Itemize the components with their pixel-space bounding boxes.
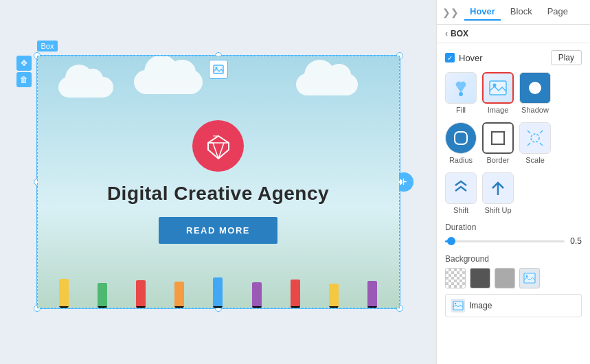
breadcrumb-chevron-icon: ‹ xyxy=(445,29,448,38)
shift-label: Shift xyxy=(453,206,468,214)
svg-marker-2 xyxy=(208,136,229,159)
duration-value: 0.5 xyxy=(570,236,582,246)
pencil-2 xyxy=(98,283,107,308)
hover-checkbox[interactable]: ✓ xyxy=(445,53,455,62)
shadow-label: Shadow xyxy=(521,106,549,114)
panel-content: ✓ Hover Play Fill xyxy=(437,43,590,364)
breadcrumb-label: BOX xyxy=(451,29,468,38)
svg-line-18 xyxy=(540,143,543,146)
background-label: Background xyxy=(445,254,582,264)
fill-label: Fill xyxy=(456,106,466,114)
image-icon xyxy=(482,72,514,104)
move-button[interactable]: ✥ xyxy=(16,56,32,71)
shadow-icon xyxy=(519,72,551,104)
svg-rect-13 xyxy=(492,132,504,144)
inner-box: Digital Creative Agency READ MORE xyxy=(37,56,400,308)
tab-block[interactable]: Block xyxy=(505,3,538,21)
chevron-left-icon[interactable]: ❯❯ xyxy=(442,7,459,18)
panel-tabs: ❯❯ Hover Block Page xyxy=(437,0,590,25)
pencil-5 xyxy=(213,277,223,308)
slider-thumb[interactable] xyxy=(447,237,455,245)
duration-section: Duration 0.5 xyxy=(445,223,582,246)
background-section: Background xyxy=(445,254,582,317)
right-panel: ❯❯ Hover Block Page ‹ BOX ✓ Hover Play xyxy=(436,0,590,364)
shift-icon xyxy=(445,172,477,204)
effect-shift[interactable]: Shift xyxy=(445,172,477,214)
effect-shadow[interactable]: Shadow xyxy=(519,72,551,114)
effect-radius[interactable]: Radius xyxy=(445,122,477,164)
pencil-8 xyxy=(329,284,339,308)
effect-image[interactable]: Image xyxy=(482,72,514,114)
bg-dark-option[interactable] xyxy=(470,268,490,288)
scale-label: Scale xyxy=(525,156,545,164)
effect-scale[interactable]: Scale xyxy=(519,122,551,164)
svg-point-23 xyxy=(455,303,456,304)
box-toolbar: ✥ 🗑 xyxy=(16,56,32,87)
bg-image-option[interactable] xyxy=(519,268,540,288)
box-element[interactable]: Box ✥ 🗑 + xyxy=(36,55,400,309)
border-icon xyxy=(482,122,514,154)
hover-label-group: ✓ Hover xyxy=(445,53,483,63)
pencil-4 xyxy=(174,282,184,308)
fill-icon xyxy=(445,72,477,104)
duration-label: Duration xyxy=(445,223,582,232)
svg-point-14 xyxy=(531,134,539,142)
breadcrumb: ‹ BOX xyxy=(437,25,590,43)
play-button[interactable]: Play xyxy=(551,50,582,65)
canvas-area: Box ✥ 🗑 + xyxy=(0,0,436,364)
slider-row: 0.5 xyxy=(445,236,582,246)
border-label: Border xyxy=(486,156,509,164)
svg-line-17 xyxy=(527,143,530,146)
effect-fill[interactable]: Fill xyxy=(445,72,477,114)
pencil-6 xyxy=(252,282,262,308)
bg-gray-option[interactable] xyxy=(495,268,515,288)
svg-rect-12 xyxy=(455,132,467,144)
image-label: Image xyxy=(488,106,509,114)
read-more-button[interactable]: READ MORE xyxy=(159,217,277,244)
cloud-2 xyxy=(134,70,203,94)
effect-border[interactable]: Border xyxy=(482,122,514,164)
box-label: Box xyxy=(37,41,58,52)
svg-line-16 xyxy=(540,130,543,133)
effects-grid-2: Radius Border xyxy=(445,122,582,164)
tab-hover[interactable]: Hover xyxy=(464,3,501,21)
effects-grid-3: Shift Shift Up xyxy=(445,172,582,214)
svg-line-15 xyxy=(527,130,530,133)
bg-image-row[interactable]: Image xyxy=(445,294,582,317)
svg-point-11 xyxy=(529,82,541,94)
radius-icon xyxy=(445,122,477,154)
svg-point-21 xyxy=(526,275,528,277)
diamond-icon xyxy=(192,120,244,172)
shiftup-icon xyxy=(482,172,514,204)
radius-label: Radius xyxy=(449,156,473,164)
pencil-9 xyxy=(367,281,377,308)
effect-shift-up[interactable]: Shift Up xyxy=(482,172,514,214)
pencils-row xyxy=(38,277,399,308)
image-element-handle[interactable] xyxy=(209,60,228,79)
scale-icon xyxy=(519,122,551,154)
bg-image-label: Image xyxy=(469,301,492,310)
tab-page[interactable]: Page xyxy=(542,3,574,21)
shiftup-label: Shift Up xyxy=(484,206,511,214)
cloud-1 xyxy=(58,77,113,98)
pencil-3 xyxy=(136,280,146,308)
cloud-3 xyxy=(296,73,358,95)
banner-heading: Digital Creative Agency xyxy=(107,183,329,205)
bg-transparent-option[interactable] xyxy=(445,268,466,288)
pencil-7 xyxy=(291,280,300,308)
banner-content: Digital Creative Agency READ MORE xyxy=(38,56,399,308)
duration-slider[interactable] xyxy=(445,240,565,242)
svg-rect-0 xyxy=(214,65,223,73)
hover-row: ✓ Hover Play xyxy=(445,50,582,65)
bg-options xyxy=(445,268,582,288)
hover-text: Hover xyxy=(459,53,483,63)
effects-grid-1: Fill Image xyxy=(445,72,582,114)
svg-point-8 xyxy=(459,92,463,96)
bg-image-row-icon xyxy=(451,299,465,312)
pencil-1 xyxy=(59,279,69,308)
delete-button[interactable]: 🗑 xyxy=(16,72,32,87)
